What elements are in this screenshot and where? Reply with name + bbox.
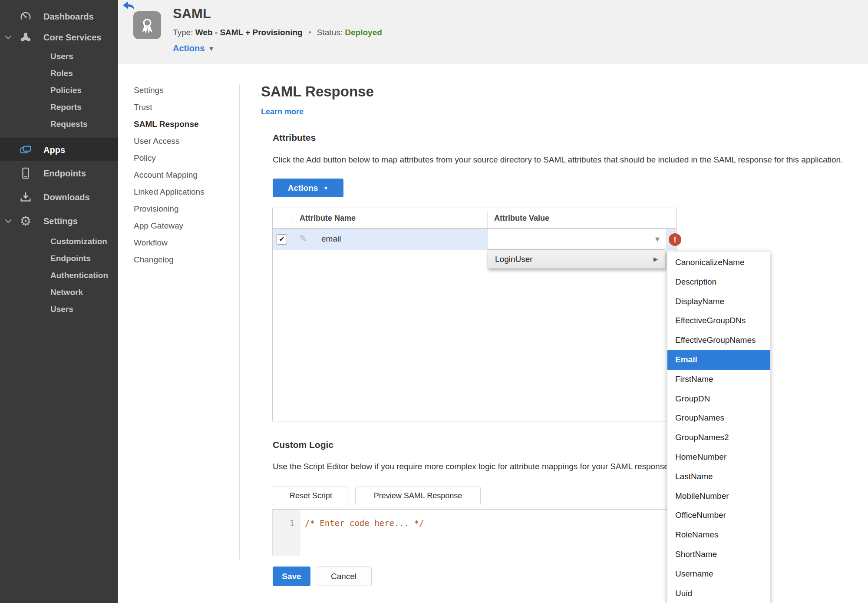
custom-logic-heading: Custom Logic	[273, 440, 333, 450]
column-header-attribute-value: Attribute Value	[494, 214, 549, 223]
custom-logic-description: Use the Script Editor below if you requi…	[273, 462, 671, 471]
submenu-item[interactable]: Uuid	[667, 584, 770, 603]
submenu-item[interactable]: Username	[667, 564, 770, 584]
table-row[interactable]: ✔ ✎ email ▼ !	[273, 229, 676, 250]
back-arrow-icon[interactable]	[122, 1, 135, 11]
gauge-icon	[18, 9, 33, 24]
attribute-name-cell: email	[321, 234, 341, 244]
edit-pencil-icon[interactable]: ✎	[299, 233, 307, 244]
table-header: Attribute Name Attribute Value	[273, 208, 676, 229]
submenu-item[interactable]: HomeNumber	[667, 447, 770, 467]
caret-down-icon: ▼	[655, 236, 660, 242]
script-editor[interactable]: 1 /* Enter code here... */	[272, 509, 670, 556]
sidebar-item-roles[interactable]: Roles	[0, 65, 118, 82]
sidebar-item-label: Dashboards	[43, 12, 94, 22]
tab-workflow[interactable]: Workflow	[134, 234, 234, 251]
attributes-heading: Attributes	[273, 133, 316, 143]
tab-linked-applications[interactable]: Linked Applications	[134, 183, 234, 200]
app-header: SAML Type: Web - SAML + Provisioning • S…	[118, 0, 868, 64]
line-number: 1	[290, 518, 294, 528]
submenu-item[interactable]: EffectiveGroupDNs	[667, 311, 770, 331]
tab-changelog[interactable]: Changelog	[134, 251, 234, 268]
sidebar-item-users-settings[interactable]: Users	[0, 301, 118, 318]
tab-provisioning[interactable]: Provisioning	[134, 200, 234, 217]
meta-separator: •	[308, 28, 311, 37]
sidebar-item-requests[interactable]: Requests	[0, 116, 118, 133]
row-checkbox[interactable]: ✔	[277, 234, 287, 245]
nav-divider	[239, 84, 240, 560]
sidebar-item-label: Downloads	[43, 192, 90, 202]
sidebar-item-dashboards[interactable]: Dashboards	[0, 6, 118, 27]
submenu-item-email-selected[interactable]: Email	[667, 350, 770, 370]
tab-app-gateway[interactable]: App Gateway	[134, 217, 234, 234]
content-area: Settings Trust SAML Response User Access…	[118, 64, 868, 603]
submenu-item[interactable]: FirstName	[667, 370, 770, 389]
value-menu-loginuser[interactable]: LoginUser ▶	[488, 249, 665, 269]
submenu-item[interactable]: OfficeNumber	[667, 506, 770, 525]
column-header-attribute-name: Attribute Name	[300, 214, 356, 223]
tab-account-mapping[interactable]: Account Mapping	[134, 166, 234, 183]
sidebar: Dashboards Core Services Users Roles Pol…	[0, 0, 118, 603]
sidebar-item-label: Endpoints	[43, 168, 86, 178]
status-label: Status:	[317, 28, 343, 37]
sidebar-item-label: Settings	[43, 216, 78, 226]
sidebar-item-reports[interactable]: Reports	[0, 99, 118, 116]
type-value: Web - SAML + Provisioning	[195, 28, 303, 37]
sidebar-item-customization[interactable]: Customization	[0, 233, 118, 250]
tab-user-access[interactable]: User Access	[134, 133, 234, 149]
sidebar-item-endpoints-settings[interactable]: Endpoints	[0, 250, 118, 267]
submenu-item[interactable]: EffectiveGroupNames	[667, 331, 770, 350]
preview-saml-response-button[interactable]: Preview SAML Response	[355, 487, 481, 505]
page-title: SAML Response	[261, 83, 374, 100]
submenu-item[interactable]: RoleNames	[667, 525, 770, 545]
app-window: Dashboards Core Services Users Roles Pol…	[0, 0, 868, 603]
submenu-item[interactable]: LastName	[667, 467, 770, 487]
sidebar-item-core-services[interactable]: Core Services	[0, 27, 118, 48]
submenu-item[interactable]: CanonicalizeName	[667, 253, 770, 272]
caret-down-icon: ▼	[323, 185, 328, 191]
submenu-item[interactable]: ShortName	[667, 545, 770, 564]
tab-settings[interactable]: Settings	[134, 82, 234, 99]
sidebar-item-apps[interactable]: Apps	[0, 138, 118, 161]
sidebar-item-authentication[interactable]: Authentication	[0, 267, 118, 284]
submenu-item[interactable]: Description	[667, 272, 770, 292]
cluster-icon	[18, 30, 33, 45]
award-ribbon-icon	[133, 11, 161, 39]
header-actions-menu[interactable]: Actions▼	[173, 43, 215, 53]
sidebar-item-network[interactable]: Network	[0, 284, 118, 301]
save-button[interactable]: Save	[273, 567, 310, 586]
reset-script-button[interactable]: Reset Script	[273, 487, 349, 505]
submenu-item[interactable]: GroupNames2	[667, 428, 770, 447]
submenu-item[interactable]: MobileNumber	[667, 487, 770, 506]
tab-saml-response[interactable]: SAML Response	[134, 116, 234, 133]
sidebar-item-endpoints[interactable]: Endpoints	[0, 161, 118, 185]
cancel-button[interactable]: Cancel	[316, 567, 372, 586]
download-icon	[18, 190, 33, 205]
submenu-item[interactable]: GroupNames	[667, 408, 770, 428]
app-title: SAML	[173, 6, 211, 22]
submenu-arrow-icon: ▶	[653, 256, 658, 262]
error-icon: !	[669, 233, 681, 246]
sidebar-item-label: Core Services	[43, 33, 101, 43]
attributes-actions-button[interactable]: Actions▼	[273, 179, 343, 197]
value-submenu: CanonicalizeName Description DisplayName…	[667, 251, 770, 603]
learn-more-link[interactable]: Learn more	[261, 107, 304, 116]
attributes-description: Click the Add button below to map attrib…	[273, 155, 843, 165]
sidebar-item-downloads[interactable]: Downloads	[0, 185, 118, 209]
editor-gutter: 1	[273, 510, 300, 556]
sidebar-item-label: Apps	[43, 145, 65, 155]
tab-policy[interactable]: Policy	[134, 149, 234, 166]
submenu-item[interactable]: GroupDN	[667, 389, 770, 409]
gear-icon: ⚙	[18, 214, 33, 229]
attribute-value-dropdown[interactable]: ▼	[487, 229, 666, 250]
sidebar-item-settings[interactable]: ⚙ Settings	[0, 209, 118, 233]
submenu-item[interactable]: DisplayName	[667, 292, 770, 311]
chevron-down-icon[interactable]	[5, 217, 12, 225]
tab-trust[interactable]: Trust	[134, 99, 234, 116]
type-label: Type:	[173, 28, 193, 37]
chevron-down-icon[interactable]	[5, 33, 12, 41]
caret-down-icon: ▼	[208, 45, 215, 52]
sidebar-item-policies[interactable]: Policies	[0, 82, 118, 99]
status-badge: Deployed	[345, 28, 382, 37]
sidebar-item-users[interactable]: Users	[0, 48, 118, 65]
